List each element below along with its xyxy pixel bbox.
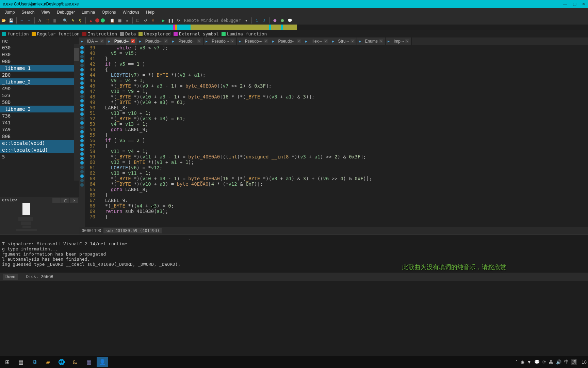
function-list-item[interactable]: 5 <box>0 153 79 160</box>
menu-windows[interactable]: Windows <box>119 9 143 15</box>
sync-icon[interactable]: ⟳ <box>542 359 546 365</box>
function-list-item[interactable]: e::~locale(void) <box>0 147 79 153</box>
editor-tab[interactable]: ▸Enums✕ <box>357 37 386 45</box>
code-line[interactable]: *(_BYTE *)(v9 + a3 - 1) = byte_40E0A0[(v… <box>99 83 588 89</box>
close-button[interactable]: ✕ <box>582 2 585 6</box>
code-line[interactable]: } <box>99 192 588 198</box>
explorer-icon[interactable]: 🗂 <box>69 357 81 367</box>
code-line[interactable]: v9 = v4 + 1; <box>99 78 588 83</box>
code-line[interactable]: LOBYTE(v7) = *(_BYTE *)(v3 + a1); <box>99 72 588 78</box>
text-icon[interactable]: A <box>37 17 43 24</box>
zoom-icon[interactable]: ⚲ <box>77 17 83 24</box>
code-line[interactable]: goto LABEL_9; <box>99 127 588 132</box>
tab-close-icon[interactable]: ✕ <box>131 39 135 43</box>
line-icon[interactable]: ||| <box>52 17 58 24</box>
ime-indicator-1[interactable]: 中 <box>564 359 569 365</box>
plugin1-icon[interactable]: ⬣ <box>272 17 278 24</box>
step-over-icon[interactable]: ⤴ <box>261 17 267 24</box>
code-line[interactable]: *(_BYTE *)(v4 + a3) = 0; <box>99 203 588 209</box>
menu-debugger[interactable]: Debugger <box>53 9 78 15</box>
menu-lumina[interactable]: Lumina <box>78 9 98 15</box>
obs-icon[interactable]: ◉ <box>521 359 524 365</box>
sublime-icon[interactable]: ▰ <box>42 357 54 367</box>
function-list-item[interactable]: 030 <box>0 44 79 51</box>
function-list-item[interactable]: 523 <box>0 92 79 99</box>
code-line[interactable]: *(_BYTE *)(v13 + a3) = 61; <box>99 116 588 121</box>
dropdown-icon[interactable]: ▾ <box>243 17 249 24</box>
reload-icon[interactable]: ↻ <box>175 17 181 24</box>
tab-close-icon[interactable]: ✕ <box>164 39 168 43</box>
ime-indicator-2[interactable]: 拼 <box>571 359 577 365</box>
tab-close-icon[interactable]: ✕ <box>100 39 104 43</box>
function-list-item[interactable]: 808 <box>0 133 79 140</box>
list-icon[interactable]: ≡ <box>124 17 130 24</box>
plugin2-icon[interactable]: ⬢ <box>279 17 285 24</box>
code-line[interactable]: return sub_401030(a3); <box>99 209 588 214</box>
binary-icon[interactable]: ⬚ <box>44 17 50 24</box>
ida2-icon[interactable]: 👤 <box>97 357 108 367</box>
relaunch-icon[interactable]: ↺ <box>142 17 148 24</box>
table-icon[interactable]: ▦ <box>117 17 123 24</box>
editor-tab[interactable]: ▸Pseudo···✕ <box>137 37 170 45</box>
code-line[interactable]: LABEL_8: <box>99 105 588 110</box>
code-line[interactable]: *(_BYTE *)(v10 + a3) = 61; <box>99 99 588 105</box>
search-icon[interactable]: 🔍 <box>62 17 68 24</box>
editor-tab[interactable]: ▸Imp···✕ <box>386 37 412 45</box>
function-list-item[interactable]: _libname_3 <box>0 106 79 112</box>
step-into-icon[interactable]: ⤵ <box>254 17 260 24</box>
chat-icon[interactable]: 💬 <box>287 17 293 24</box>
editor-tab[interactable]: ▸Hex···✕ <box>303 37 330 45</box>
menu-jump[interactable]: Jump <box>1 9 18 15</box>
pause-icon[interactable]: ❚❚ <box>168 17 174 24</box>
code-line[interactable]: v10 = v9 + 1; <box>99 89 588 94</box>
code-line[interactable]: if ( v5 == 1 ) <box>99 61 588 67</box>
maximize-button[interactable]: ▢ <box>573 2 576 6</box>
flag-icon[interactable]: ▲ <box>88 17 94 24</box>
overview-close-icon[interactable]: ✕ <box>70 198 78 203</box>
code-line[interactable]: *(_BYTE *)(v11 + a3 - 1) = byte_40E0A0[(… <box>99 154 588 159</box>
function-list-item[interactable]: 741 <box>0 119 79 126</box>
tab-close-icon[interactable]: ✕ <box>230 39 234 43</box>
menu-options[interactable]: Options <box>98 9 119 15</box>
menu-search[interactable]: Search <box>18 9 38 15</box>
code-line[interactable]: if ( v5 == 2 ) <box>99 138 588 143</box>
code-line[interactable]: LABEL_9: <box>99 198 588 203</box>
code-line[interactable]: *(_BYTE *)(v10 + a3 - 1) = byte_40E0A0[1… <box>99 176 588 181</box>
taskbar-clock[interactable]: 18 <box>582 359 587 365</box>
navigation-band[interactable] <box>0 25 588 30</box>
cancel-icon[interactable]: ✕ <box>150 17 156 24</box>
functions-list[interactable]: ne030030080_libname_12B0_libname_249D523… <box>0 37 79 197</box>
editor-tab[interactable]: ▸Pseudo···✕ <box>170 37 203 45</box>
code-line[interactable]: v12 = (_BYTE *)(v3 + a1 + 1); <box>99 159 588 165</box>
network-icon[interactable]: 🖧 <box>549 359 553 365</box>
code-line[interactable]: while ( v3 < v7 ); <box>99 45 588 50</box>
function-list-item[interactable]: 080 <box>0 58 79 65</box>
editor-tab[interactable]: ▸Pseud···✕ <box>106 37 137 45</box>
menu-view[interactable]: View <box>38 9 53 15</box>
function-list-item[interactable]: 030 <box>0 51 79 58</box>
ida-icon[interactable]: ▦ <box>83 357 95 367</box>
editor-tab[interactable]: ▸IDA ···✕ <box>79 37 106 45</box>
chrome-icon[interactable]: 🌐 <box>56 357 67 367</box>
function-list-item[interactable]: ne <box>0 37 79 44</box>
code-line[interactable]: *(_BYTE *)(v10 + a3) = byte_40E0A0[4 * (… <box>99 181 588 187</box>
start-button[interactable]: ⊞ <box>1 357 13 367</box>
vscode-icon[interactable]: ⧉ <box>29 357 40 367</box>
arrow-right-icon[interactable]: → <box>26 17 32 24</box>
open-icon[interactable]: 📂 <box>1 17 7 24</box>
code-line[interactable]: v11 = v4 + 1; <box>99 149 588 154</box>
tab-close-icon[interactable]: ✕ <box>197 39 201 43</box>
menu-help[interactable]: Help <box>143 9 158 15</box>
note-icon[interactable]: 📋 <box>109 17 115 24</box>
output-panel[interactable]: -- -- ---- - - ---- -- ----------- -- --… <box>0 234 588 273</box>
function-list-item[interactable]: 2B0 <box>0 72 79 78</box>
code-line[interactable]: { <box>99 143 588 149</box>
code-line[interactable]: v4 = v13 + 1; <box>99 121 588 127</box>
code-line[interactable]: *(_BYTE *)(v10 + a3 - 1) = byte_40E0A0[1… <box>99 94 588 99</box>
tab-close-icon[interactable]: ✕ <box>297 39 301 43</box>
function-list-item[interactable]: e::locale(void) <box>0 140 79 147</box>
code-line[interactable]: } <box>99 132 588 138</box>
tab-close-icon[interactable]: ✕ <box>405 39 409 43</box>
pseudocode-view[interactable]: 3940414243444546474849505152535455565758… <box>79 45 588 227</box>
tray-up-icon[interactable]: ˄ <box>516 359 518 365</box>
